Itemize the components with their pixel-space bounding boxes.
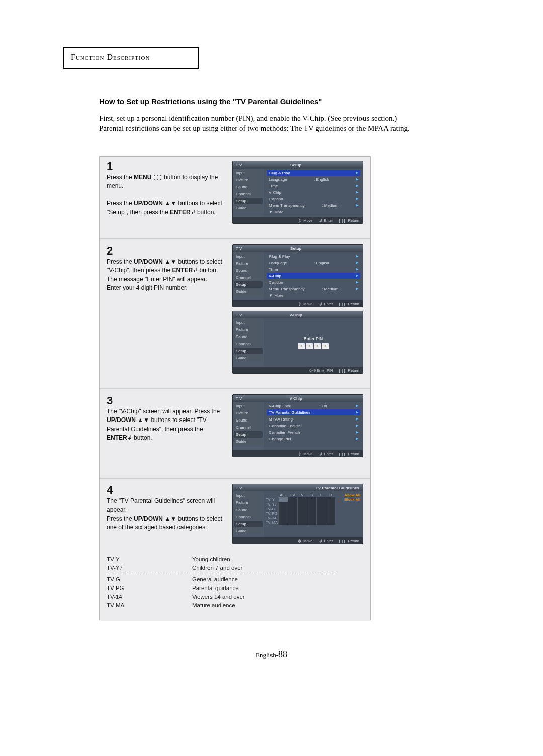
osd-left-sound: Sound [234, 184, 263, 190]
guidelines-row: TV-14 [266, 516, 360, 520]
move-icon: ⇕ [298, 452, 302, 457]
guidelines-row: TV-YBlock All [266, 497, 360, 502]
menu-icon: ⫿⫿⫿ [153, 174, 162, 181]
enter-icon: ↲ [191, 209, 196, 216]
osd-tv-label: T V [236, 163, 242, 167]
return-icon: ⫿⫿⫿ [339, 368, 346, 373]
section-label: Function Description [63, 47, 199, 69]
step-4-number: 4 [107, 484, 113, 497]
enter-icon: ↲ [127, 434, 132, 441]
osd-row: Caption▶ [267, 196, 360, 202]
step-3-text: The "V-Chip" screen will appear. Press t… [107, 407, 222, 443]
page-number: English-88 [33, 649, 510, 726]
return-icon: ⫿⫿⫿ [339, 218, 346, 223]
step-divider [100, 478, 370, 479]
osd-footer-move: ⇕Move [298, 218, 312, 223]
pin-box: * [314, 343, 321, 349]
enter-icon: ↲ [319, 452, 323, 457]
return-icon: ⫿⫿⫿ [339, 539, 346, 544]
document-page: Function Description How to Set up Restr… [32, 40, 511, 724]
osd-left-input: Input [234, 170, 263, 176]
enter-icon: ↲ [319, 218, 323, 223]
steps-block: 1 Press the MENU ⫿⫿⫿ button to display t… [99, 156, 371, 620]
osd-footer-enter: ↲Enter [319, 218, 333, 223]
osd-footer: ⇕Move ↲Enter ⫿⫿⫿Return [233, 217, 363, 224]
ratings-row: TV-14Viewers 14 and over [107, 593, 338, 601]
step-2: 2 Press the UP/DOWN ▲▼ buttons to select… [100, 241, 370, 387]
osd-row: Language: English▶ [267, 176, 360, 182]
osd-pin-label: Enter PIN [304, 336, 323, 341]
chevron-right-icon: ▶ [356, 190, 358, 194]
step-divider [100, 238, 370, 239]
updown-icon: ▲▼ [164, 515, 176, 522]
chevron-right-icon: ▶ [356, 177, 358, 181]
osd-left-panel: Input Picture Sound Channel Setup Guide [233, 169, 264, 217]
osd-row: V-Chip▶ [267, 189, 360, 195]
osd-row: ▼ More [267, 209, 360, 215]
guidelines-row: TV-Y7 [266, 502, 360, 507]
osd-row: Time▶ [267, 183, 360, 189]
osd-titlebar: T V Setup [233, 161, 363, 169]
osd-footer-return: ⫿⫿⫿Return [339, 218, 359, 223]
osd-row: Plug & Play▶ [267, 170, 360, 176]
osd-guidelines-screenshot: T V TV Parental Guidelines Input Picture… [232, 484, 363, 544]
return-icon: ⫿⫿⫿ [339, 302, 346, 307]
osd-left-picture: Picture [234, 177, 263, 183]
ratings-divider [107, 574, 338, 574]
section-label-text: Function Description [71, 53, 150, 61]
step-1: 1 Press the MENU ⫿⫿⫿ button to display t… [100, 157, 370, 237]
step-4-text: The "TV Parental Guidelines" screen will… [107, 497, 222, 532]
guidelines-head: ALL FV V S L D Allow All [266, 493, 360, 497]
pin-box: * [322, 343, 329, 349]
ratings-row: TV-Y7Children 7 and over [107, 564, 338, 572]
step-3: 3 The "V-Chip" screen will appear. Press… [100, 391, 370, 477]
step-4: 4 The "TV Parental Guidelines" screen wi… [100, 481, 370, 621]
osd-right-panel: Plug & Play▶ Language: English▶ Time▶ V-… [264, 169, 363, 217]
ratings-row: TV-YYoung children [107, 555, 338, 564]
step-2-number: 2 [107, 244, 113, 258]
article-title: How to Set up Restrictions using the "TV… [99, 97, 322, 106]
osd-vchip-screenshot: T V V-Chip Input Picture Sound Channel S… [232, 394, 363, 457]
osd-setup-screenshot-1: T V Setup Input Picture Sound Channel Se… [232, 161, 363, 224]
enter-icon: ↲ [319, 302, 323, 307]
osd-left-setup: Setup [234, 198, 263, 204]
osd-pin-pane: Enter PIN * * * * [264, 318, 363, 367]
osd-enter-pin-screenshot: T V V-Chip Input Picture Sound Channel S… [232, 311, 363, 374]
chevron-right-icon: ▶ [356, 171, 358, 175]
chevron-right-icon: ▶ [356, 184, 358, 188]
step-1-text: Press the MENU ⫿⫿⫿ button to display the… [107, 173, 222, 217]
guidelines-row: TV-MA [266, 520, 360, 525]
chevron-right-icon: ▶ [356, 197, 358, 201]
move-icon: ⇕ [298, 302, 302, 307]
updown-icon: ▲▼ [164, 200, 176, 207]
ratings-table: TV-YYoung children TV-Y7Children 7 and o… [107, 555, 338, 610]
enter-icon: ↲ [193, 267, 198, 274]
guidelines-row: TV-G [266, 507, 360, 511]
updown-icon: ▲▼ [137, 416, 149, 424]
move-icon: ✥ [298, 539, 302, 544]
chevron-right-icon: ▶ [356, 203, 358, 207]
ratings-row: TV-GGeneral audience [107, 575, 338, 584]
osd-left-channel: Channel [234, 191, 263, 197]
osd-pin-boxes: * * * * [298, 343, 329, 349]
osd-row: Menu Transparency: Medium▶ [267, 202, 360, 208]
osd-guidelines-grid: ALL FV V S L D Allow All TV-YBlock All T… [264, 491, 363, 537]
step-2-text: Press the UP/DOWN ▲▼ buttons to select "… [107, 258, 222, 293]
intro-paragraph: First, set up a personal identification … [99, 113, 411, 134]
osd-titlebar: T V Setup [233, 245, 363, 252]
osd-setup-screenshot-2: T V Setup Input Picture Sound Channel Se… [232, 244, 363, 307]
pin-box: * [306, 343, 313, 349]
move-icon: ⇕ [298, 218, 302, 223]
step-divider [100, 388, 370, 389]
updown-icon: ▲▼ [164, 258, 176, 265]
pin-box: * [298, 343, 305, 349]
return-icon: ⫿⫿⫿ [339, 452, 346, 457]
osd-left-guide: Guide [234, 205, 263, 211]
step-3-number: 3 [107, 394, 113, 407]
step-1-number: 1 [107, 160, 113, 173]
ratings-row: TV-MAMature audience [107, 601, 338, 610]
guidelines-row: TV-PG [266, 511, 360, 516]
ratings-row: TV-PGParental guidance [107, 584, 338, 593]
enter-icon: ↲ [319, 539, 323, 544]
osd-title: Setup [290, 163, 301, 167]
